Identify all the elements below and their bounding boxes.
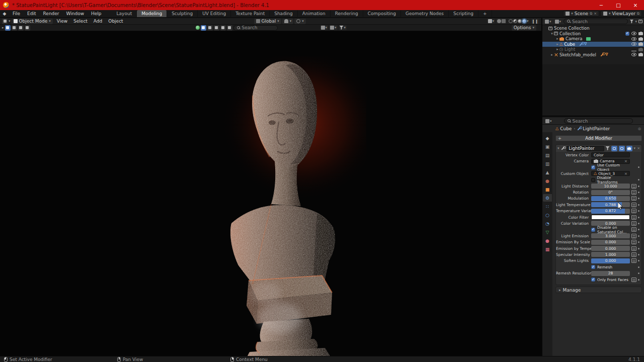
render-visibility-camera-icon[interactable] <box>638 32 643 35</box>
workspace-tab-layout[interactable]: Layout <box>112 10 137 17</box>
material-preview-icon[interactable] <box>518 19 522 23</box>
manage-subpanel[interactable]: ▸ Manage <box>555 287 642 293</box>
attribute-toggle-icon[interactable] <box>631 184 636 189</box>
outliner-item-cube[interactable]: ▸△Cube∇ <box>542 42 644 47</box>
disclosure-closed-icon[interactable]: ▸ <box>555 37 559 41</box>
animate-decorator-dot[interactable] <box>636 204 640 206</box>
attribute-toggle-icon[interactable] <box>631 196 636 201</box>
paint-option-3-button[interactable] <box>220 25 226 31</box>
attribute-toggle-icon[interactable] <box>631 190 636 195</box>
sort-dropdown[interactable]: ▾ <box>329 25 338 30</box>
paint-option-2-button[interactable] <box>214 25 219 31</box>
properties-tab-texture[interactable]: ▦ <box>543 245 552 253</box>
tool-settings-expand-icon[interactable]: ▸ <box>2 26 4 30</box>
value-slider[interactable]: 0.000 <box>591 258 630 263</box>
animate-decorator-dot[interactable] <box>636 273 640 274</box>
animate-decorator-dot[interactable] <box>636 217 640 218</box>
outliner-display-mode-dropdown[interactable]: ▾ <box>544 19 552 24</box>
attribute-toggle-icon[interactable] <box>631 278 636 282</box>
visibility-eye-icon[interactable] <box>631 32 636 35</box>
paint-option-4-button[interactable] <box>227 25 232 31</box>
workspace-tab-texture-paint[interactable]: Texture Paint <box>231 10 270 17</box>
workspace-tab-modeling[interactable]: Modeling <box>137 10 167 17</box>
properties-tab-world[interactable]: ● <box>543 177 552 185</box>
properties-tab-material[interactable]: ● <box>543 237 552 244</box>
viewport-canvas[interactable] <box>0 31 541 356</box>
edit-mode-display-toggle[interactable] <box>611 146 617 151</box>
value-slider[interactable]: 0.650 <box>591 196 630 201</box>
checkbox-checked[interactable]: ✓ <box>591 228 595 232</box>
modifier-extras-dropdown-icon[interactable]: ▾ <box>634 146 636 150</box>
properties-tab-object[interactable]: ■ <box>543 186 552 193</box>
new-scene-icon[interactable]: ⧉ <box>590 12 592 16</box>
attribute-toggle-icon[interactable] <box>631 215 636 220</box>
breadcrumb-modifier[interactable]: LightPainter <box>577 126 610 131</box>
workspace-tab-+[interactable]: + <box>478 10 492 17</box>
render-visibility-camera-icon[interactable] <box>638 37 643 41</box>
proportional-edit-dropdown[interactable]: ▾ <box>294 19 306 24</box>
properties-tab-constraints[interactable]: ◔ <box>543 220 552 227</box>
viewport-menu-view[interactable]: View <box>54 19 70 24</box>
outliner-item-collection[interactable]: ▾Collection✓ <box>542 31 644 37</box>
viewport-menu-object[interactable]: Object <box>105 19 126 24</box>
checkbox-checked[interactable]: ✓ <box>591 278 595 282</box>
transform-orientation-dropdown[interactable]: Global ▾ <box>254 19 281 24</box>
menu-help[interactable]: Help <box>88 11 105 16</box>
animate-decorator-dot[interactable] <box>636 223 640 224</box>
rendered-shading-icon[interactable] <box>522 19 526 23</box>
add-modifier-button[interactable]: + Add Modifier <box>555 135 642 141</box>
animate-decorator-dot[interactable] <box>636 192 640 193</box>
pin-icon[interactable]: ◎ <box>638 127 641 131</box>
outliner-filter-mode-dropdown[interactable]: ▾ <box>554 19 562 24</box>
realtime-display-toggle[interactable] <box>619 146 625 151</box>
menu-edit[interactable]: Edit <box>24 11 39 16</box>
pause-icon[interactable]: ❙❙ <box>532 19 538 24</box>
attribute-toggle-icon[interactable] <box>631 246 636 251</box>
properties-tab-particles[interactable]: ∷ <box>543 203 552 210</box>
properties-search-input[interactable]: Search <box>564 118 633 124</box>
value-slider[interactable]: 28 <box>591 271 630 276</box>
animate-decorator-dot[interactable] <box>636 179 640 180</box>
workspace-tab-uv-editing[interactable]: UV Editing <box>198 10 231 17</box>
render-visibility-camera-icon[interactable] <box>638 53 643 56</box>
new-view-layer-icon[interactable]: ⧉ <box>637 12 639 16</box>
outliner-item-camera[interactable]: ▸Camera <box>542 36 644 42</box>
attribute-toggle-icon[interactable] <box>631 227 636 232</box>
animate-decorator-dot[interactable] <box>636 166 640 168</box>
maximize-button[interactable]: □ <box>610 0 627 10</box>
outliner-item-light[interactable]: ▸Light <box>542 47 644 52</box>
animate-decorator-dot[interactable] <box>636 241 640 243</box>
filter-dropdown[interactable]: ▾ <box>339 25 347 30</box>
checkbox-checked[interactable]: ✓ <box>591 265 595 269</box>
properties-tab-scene[interactable]: ▲ <box>543 168 552 176</box>
disclosure-closed-icon[interactable]: ▸ <box>550 53 554 57</box>
viewport-menu-add[interactable]: Add <box>91 19 105 24</box>
animate-decorator-dot[interactable] <box>636 229 640 230</box>
workspace-tab-scripting[interactable]: Scripting <box>449 10 478 17</box>
disclosure-closed-icon[interactable]: ▸ <box>555 42 559 46</box>
blender-app-menu-icon[interactable]: ◆ <box>0 11 9 16</box>
animate-decorator-dot[interactable] <box>636 266 640 268</box>
properties-tab-physics[interactable]: ○ <box>543 211 552 219</box>
collection-enable-checkbox[interactable]: ✓ <box>625 32 629 36</box>
animate-decorator-dot[interactable] <box>636 235 640 237</box>
menu-render[interactable]: Render <box>40 11 63 16</box>
options-dropdown[interactable]: Options ▾ <box>512 25 536 31</box>
outliner-item-sketchfab_model[interactable]: ▸Sketchfab_model∇ <box>542 52 644 58</box>
properties-tab-object-data[interactable]: ▽ <box>543 228 552 236</box>
workspace-tab-shading[interactable]: Shading <box>270 10 298 17</box>
brush-color-indicator[interactable] <box>196 26 200 30</box>
visibility-eye-icon[interactable] <box>631 37 636 41</box>
animate-decorator-dot[interactable] <box>636 254 640 255</box>
value-slider[interactable]: 0.000 <box>591 221 630 226</box>
modifier-panel-header[interactable]: ▾ LightPainter ▾ × <box>556 145 641 152</box>
tool-option-3-button[interactable] <box>25 25 30 31</box>
checkbox-checked[interactable]: ✓ <box>591 165 595 169</box>
attribute-toggle-icon[interactable] <box>631 258 636 263</box>
properties-editor-type-dropdown[interactable]: ▾ <box>544 119 553 124</box>
properties-tab-render[interactable]: ▣ <box>543 143 552 150</box>
disclosure-closed-icon[interactable]: ▸ <box>555 47 559 51</box>
animate-decorator-dot[interactable] <box>636 260 640 261</box>
display-mode-dropdown[interactable]: ▾ <box>320 25 329 30</box>
xray-icon[interactable] <box>502 19 506 23</box>
